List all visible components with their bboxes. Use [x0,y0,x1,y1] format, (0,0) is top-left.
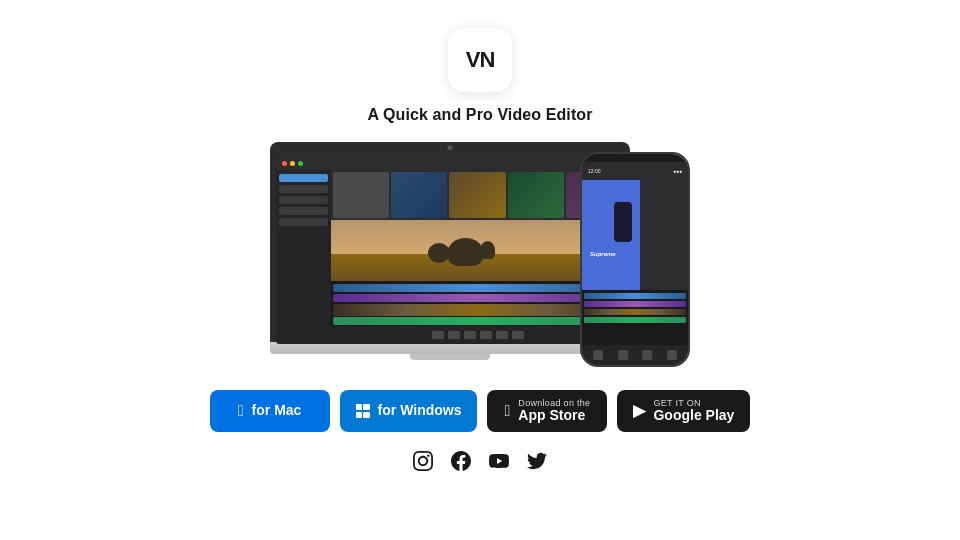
track-green [333,317,622,325]
phone-body: 12:00 ●●● Supreme [580,152,690,367]
phone-toolbar-btn [618,350,628,360]
facebook-icon[interactable] [450,450,472,472]
windows-download-button[interactable]: for Windows [340,390,478,432]
phone-track-thumbs [584,309,686,315]
laptop-titlebar [276,156,624,170]
dot-red [282,161,287,166]
devices-container: 12:00 ●●● Supreme [270,142,690,372]
track-purple [333,294,622,302]
media-thumb [391,172,447,218]
phone-title: 12:00 [588,168,601,174]
media-thumb [333,172,389,218]
page-wrapper: VN A Quick and Pro Video Editor [0,0,960,540]
phone-toolbar-btn [642,350,652,360]
app-tagline: A Quick and Pro Video Editor [367,106,592,124]
googleplay-sub: GET IT ON [653,398,700,408]
phone-figure [614,202,632,242]
windows-sq [363,412,369,418]
phone-video-right [640,180,688,290]
windows-label: for Windows [378,403,462,418]
social-icons-row [412,450,548,472]
toolbar-btn [496,331,508,339]
toolbar-btn [464,331,476,339]
phone-toolbar-btn [667,350,677,360]
phone-track [584,293,686,299]
phone-status: ●●● [673,168,682,174]
sidebar-block [279,207,328,215]
mac-label: for Mac [252,403,302,418]
dot-yellow [290,161,295,166]
laptop-sidebar [276,170,331,344]
sidebar-block [279,196,328,204]
phone-notch [618,154,653,162]
phone-titlebar: 12:00 ●●● [582,162,688,180]
phone-track [584,317,686,323]
track-blue [333,284,622,292]
twitter-icon[interactable] [526,450,548,472]
laptop-screen [276,156,624,344]
phone-mockup: 12:00 ●●● Supreme [580,152,690,367]
app-icon: VN [448,28,512,92]
phone-toolbar [582,345,688,365]
instagram-icon[interactable] [412,450,434,472]
sidebar-block [279,174,328,182]
sidebar-block [279,218,328,226]
windows-sq [363,404,369,410]
windows-sq [356,412,362,418]
sidebar-block [279,185,328,193]
app-icon-text: VN [466,47,495,73]
windows-icon [356,404,370,418]
media-thumb [449,172,505,218]
toolbar-btn [432,331,444,339]
phone-track [584,301,686,307]
googleplay-label: Google Play [653,408,734,423]
googleplay-icon: ▶ [633,403,645,419]
googleplay-download-button[interactable]: ▶ GET IT ON Google Play [617,390,750,432]
phone-video: Supreme [582,180,688,290]
phone-toolbar-btn [593,350,603,360]
youtube-icon[interactable] [488,450,510,472]
track-thumbnails [333,304,622,316]
toolbar-btn [480,331,492,339]
googleplay-text-block: GET IT ON Google Play [653,398,734,423]
phone-text-overlay: Supreme [590,251,616,257]
windows-sq [356,404,362,410]
toolbar-btn [448,331,460,339]
appstore-label: App Store [518,408,585,423]
elephant-shape [448,238,483,266]
appstore-download-button[interactable]:  Download on the App Store [487,390,607,432]
apple-icon:  [238,403,244,419]
phone-timeline [582,290,688,345]
phone-screen: 12:00 ●●● Supreme [582,154,688,365]
appstore-text-block: Download on the App Store [518,398,590,423]
dot-green [298,161,303,166]
apple-icon-dark:  [505,403,511,419]
media-thumb [508,172,564,218]
camera-dot [448,145,453,150]
laptop-mockup [270,142,630,362]
appstore-sub: Download on the [518,398,590,408]
mac-download-button[interactable]:  for Mac [210,390,330,432]
laptop-stand [410,354,490,360]
toolbar-btn [512,331,524,339]
download-buttons:  for Mac for Windows  Download on the … [210,390,751,432]
